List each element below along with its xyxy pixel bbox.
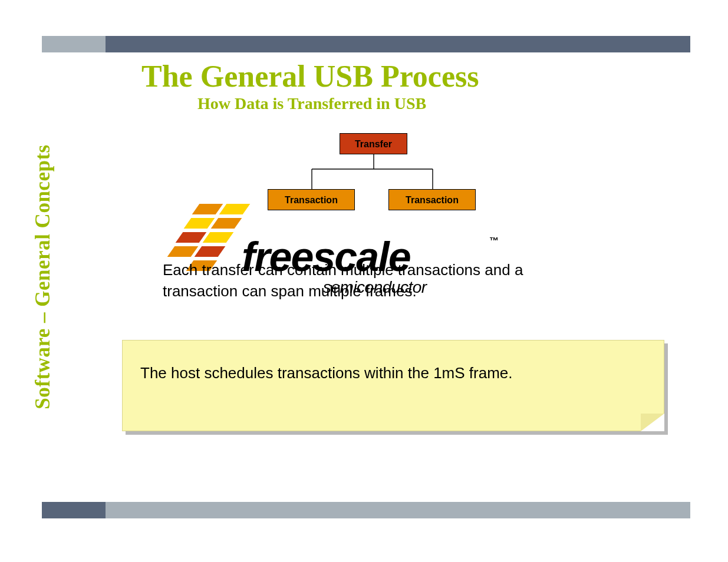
sticky-note: The host schedules transactions within t… <box>122 340 664 431</box>
sidebar-section-label: Software – General Concepts <box>31 144 55 409</box>
slide-title: The General USB Process <box>141 59 479 94</box>
sticky-fold-icon <box>641 414 664 431</box>
top-bar-grey <box>42 36 106 52</box>
bottom-bar-dark <box>42 502 106 518</box>
logo-trademark: ™ <box>489 236 499 246</box>
sticky-note-body: The host schedules transactions within t… <box>122 340 664 431</box>
transfer-node: Transfer <box>340 133 407 154</box>
body-paragraph: Each transfer can contain multiple trans… <box>163 259 534 302</box>
sticky-note-text: The host schedules transactions within t… <box>140 364 513 382</box>
bottom-bar-grey <box>42 502 690 518</box>
slide-subtitle: How Data is Transferred in USB <box>197 94 426 113</box>
top-bar-dark <box>106 36 690 52</box>
